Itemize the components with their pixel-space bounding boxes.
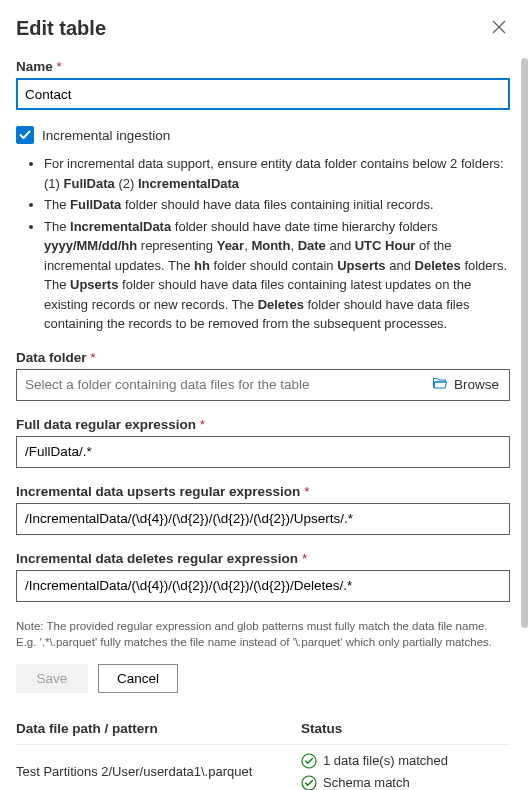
browse-label: Browse [454, 377, 499, 392]
upserts-regex-input[interactable] [16, 503, 510, 535]
file-path: Test Partitions 2/User/userdata1\.parque… [16, 764, 301, 779]
info-bullet-3: The IncrementalData folder should have d… [44, 217, 510, 334]
results-header: Data file path / pattern Status [16, 713, 510, 745]
close-icon[interactable] [488, 16, 510, 41]
data-folder-label: Data folder * [16, 350, 510, 365]
full-regex-label: Full data regular expression * [16, 417, 510, 432]
info-bullet-2: The FullData folder should have data fil… [44, 195, 510, 215]
incremental-info: For incremental data support, ensure ent… [16, 154, 510, 334]
name-input[interactable] [16, 78, 510, 110]
incremental-label: Incremental ingestion [42, 128, 170, 143]
info-bullet-1: For incremental data support, ensure ent… [44, 154, 510, 193]
status-text: 1 data file(s) matched [323, 753, 448, 768]
panel-title: Edit table [16, 17, 106, 40]
folder-open-icon [432, 375, 448, 394]
upserts-regex-label: Incremental data upserts regular express… [16, 484, 510, 499]
regex-note: Note: The provided regular expression an… [16, 618, 510, 650]
browse-button[interactable]: Browse [422, 370, 509, 400]
scrollbar-thumb[interactable] [521, 58, 528, 628]
full-regex-input[interactable] [16, 436, 510, 468]
data-folder-input[interactable] [17, 370, 422, 400]
name-label: Name * [16, 59, 510, 74]
check-circle-icon [301, 753, 317, 769]
status-text: Schema match [323, 775, 410, 790]
save-button: Save [16, 664, 88, 693]
deletes-regex-input[interactable] [16, 570, 510, 602]
table-row: Test Partitions 2/User/userdata1\.parque… [16, 745, 510, 790]
deletes-regex-label: Incremental data deletes regular express… [16, 551, 510, 566]
incremental-checkbox[interactable] [16, 126, 34, 144]
col-path: Data file path / pattern [16, 721, 301, 736]
check-circle-icon [301, 775, 317, 790]
col-status: Status [301, 721, 510, 736]
cancel-button[interactable]: Cancel [98, 664, 178, 693]
